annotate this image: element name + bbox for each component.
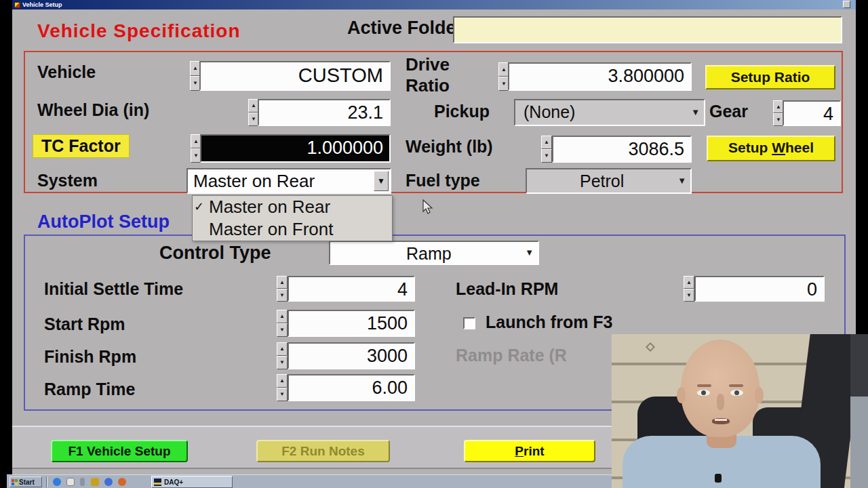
window-title: Vehicle Setup (22, 0, 62, 9)
pickup-value: (None) (524, 102, 575, 121)
f1-vehicle-setup-button[interactable]: F1 Vehicle Setup (51, 440, 188, 462)
person-eye (697, 390, 710, 396)
person-eyebrow (697, 384, 711, 387)
person-mouth (712, 418, 730, 424)
print-button[interactable]: Print (464, 440, 595, 462)
vehicle-input[interactable]: CUSTOM (199, 61, 391, 91)
task-label: DAQ+ (164, 479, 183, 486)
tc-factor-label: TC Factor (33, 134, 130, 158)
f2-run-notes-button[interactable]: F2 Run Notes (256, 440, 390, 462)
active-folder-label: Active Folder (347, 18, 463, 39)
mnemonic: W (772, 140, 785, 155)
spinner-down-icon[interactable]: ▼ (541, 149, 552, 163)
start-rpm-input[interactable]: 1500 (288, 310, 415, 337)
person-ear (677, 387, 686, 403)
control-type-value: Ramp (406, 244, 452, 263)
spinner-up-icon[interactable]: ▲ (541, 136, 552, 149)
spinner-down-icon[interactable]: ▼ (277, 289, 288, 302)
launch-from-f3-label: Launch from F3 (486, 312, 613, 332)
vehicle-label: Vehicle (37, 62, 96, 82)
start-rpm-spinner[interactable]: ▲ ▼ (277, 310, 288, 337)
weight-spinner[interactable]: ▲ ▼ (541, 136, 552, 163)
start-rpm-label: Start Rpm (44, 314, 125, 334)
person-eye (730, 390, 743, 396)
vehicle-specification-heading: Vehicle Specification (37, 20, 241, 42)
ramp-time-spinner[interactable]: ▲ ▼ (277, 374, 288, 401)
spinner-down-icon[interactable]: ▼ (684, 289, 694, 302)
quicklaunch-browser-icon[interactable] (53, 478, 61, 486)
person-nose (717, 394, 724, 410)
finish-rpm-input[interactable]: 3000 (288, 342, 415, 369)
launch-from-f3-checkbox[interactable] (463, 317, 475, 329)
taskbar-separator (46, 476, 47, 487)
spinner-down-icon[interactable]: ▼ (277, 356, 288, 369)
autoplot-heading: AutoPlot Setup (37, 211, 170, 232)
person-head (681, 340, 760, 437)
weight-label: Weight (lb) (406, 137, 493, 157)
quicklaunch-media-icon[interactable] (91, 478, 99, 486)
garage-door-handle (646, 342, 655, 352)
wheel-dia-input[interactable]: 23.1 (258, 99, 391, 126)
pickup-label: Pickup (434, 102, 490, 121)
setup-ratio-button[interactable]: Setup Ratio (705, 65, 835, 89)
spinner-up-icon[interactable]: ▲ (277, 342, 288, 356)
screen: Vehicle Setup Active Folder Vehicle Spec… (0, 0, 868, 488)
start-label: Start (19, 479, 35, 486)
finish-rpm-label: Finish Rpm (44, 347, 136, 367)
windows-logo-icon (12, 479, 18, 485)
dropdown-arrow-icon[interactable]: ▼ (374, 171, 389, 191)
ramp-time-label: Ramp Time (44, 380, 135, 399)
lavalier-mic (715, 474, 722, 483)
initial-settle-input[interactable]: 4 (288, 276, 415, 302)
control-type-dropdown[interactable]: Ramp ▼ (329, 241, 539, 265)
dropdown-arrow-icon: ▼ (691, 107, 700, 117)
spinner-up-icon[interactable]: ▲ (684, 276, 694, 289)
ramp-time-input[interactable]: 6.00 (288, 374, 415, 401)
tc-factor-input[interactable]: 1.000000 (200, 134, 391, 163)
pickup-dropdown[interactable]: (None) ▼ (514, 99, 705, 126)
quicklaunch-app-icon[interactable] (80, 478, 85, 486)
fuel-type-value: Petrol (580, 171, 624, 190)
mouse-cursor (422, 199, 434, 216)
quicklaunch-messenger-icon[interactable] (104, 478, 113, 486)
spinner-up-icon[interactable]: ▲ (277, 374, 288, 388)
setup-wheel-button[interactable]: Setup Wheel (707, 136, 835, 161)
system-option-master-on-front[interactable]: Master on Front (193, 218, 392, 241)
initial-settle-spinner[interactable]: ▲ ▼ (277, 276, 288, 302)
webcam-overlay (612, 334, 868, 488)
mnemonic: P (515, 444, 524, 458)
ramp-rate-label: Ramp Rate (R (456, 346, 567, 365)
system-option-master-on-rear[interactable]: ✓ Master on Rear (193, 196, 392, 218)
weight-input[interactable]: 3086.5 (552, 136, 692, 163)
start-button[interactable]: Start (9, 476, 42, 487)
system-value: Master on Rear (193, 171, 315, 191)
drive-ratio-input[interactable]: 3.800000 (508, 62, 692, 91)
lead-in-input[interactable]: 0 (694, 276, 825, 302)
spinner-up-icon[interactable]: ▲ (277, 276, 288, 289)
system-dropdown[interactable]: Master on Rear ▼ (186, 168, 391, 194)
car-door-frame (850, 334, 868, 402)
active-folder-input[interactable] (453, 16, 842, 43)
drive-ratio-label: Drive Ratio (406, 54, 484, 96)
control-type-label: Control Type (159, 243, 271, 264)
quicklaunch-document-icon[interactable] (66, 478, 75, 486)
person-eyebrow (729, 384, 743, 387)
taskbar-task-daq-button[interactable]: DAQ+ (151, 476, 233, 488)
fuel-type-dropdown[interactable]: Petrol ▼ (526, 168, 692, 194)
lead-in-rpm-label: Lead-In RPM (456, 279, 558, 299)
fuel-type-label: Fuel type (406, 171, 480, 190)
spinner-up-icon[interactable]: ▲ (277, 310, 288, 323)
quicklaunch-globe-icon[interactable] (118, 478, 126, 486)
spinner-down-icon[interactable]: ▼ (277, 323, 288, 337)
spinner-down-icon[interactable]: ▼ (277, 388, 288, 401)
gear-input[interactable]: 4 (783, 100, 841, 126)
window-control-button[interactable] (843, 1, 850, 8)
system-dropdown-list: ✓ Master on Rear Master on Front (192, 195, 393, 241)
wheel-dia-label: Wheel Dia (in) (37, 100, 149, 120)
title-bar[interactable]: Vehicle Setup (12, 0, 856, 9)
finish-rpm-spinner[interactable]: ▲ ▼ (277, 342, 288, 369)
check-icon: ✓ (194, 196, 204, 218)
dropdown-arrow-icon: ▼ (677, 176, 686, 186)
daq-app-icon (154, 479, 161, 486)
lead-in-spinner[interactable]: ▲ ▼ (684, 276, 694, 302)
